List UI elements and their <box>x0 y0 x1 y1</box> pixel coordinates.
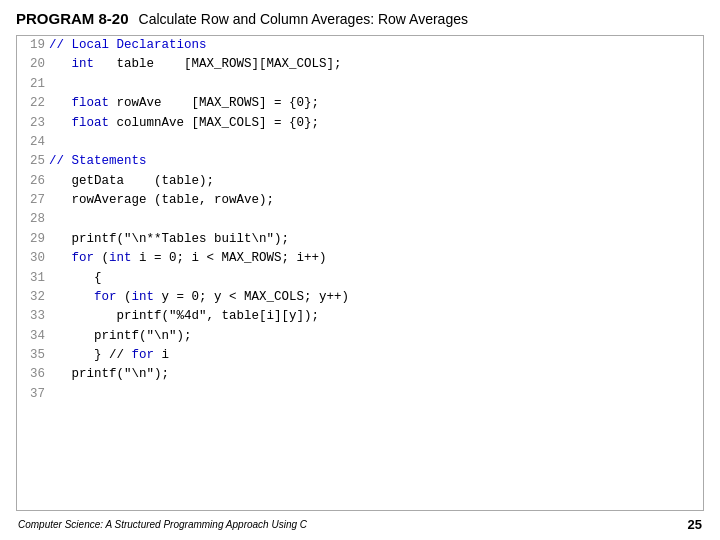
code-line <box>47 75 703 94</box>
table-row: 23 float columnAve [MAX_COLS] = {0}; <box>17 114 703 133</box>
code-line: for (int y = 0; y < MAX_COLS; y++) <box>47 288 703 307</box>
line-number: 22 <box>17 94 47 113</box>
code-line: rowAverage (table, rowAve); <box>47 191 703 210</box>
table-row: 37 <box>17 385 703 404</box>
line-number: 31 <box>17 269 47 288</box>
code-line: for (int i = 0; i < MAX_ROWS; i++) <box>47 249 703 268</box>
table-row: 32 for (int y = 0; y < MAX_COLS; y++) <box>17 288 703 307</box>
program-label: PROGRAM 8-20 <box>16 10 129 27</box>
table-row: 28 <box>17 210 703 229</box>
table-row: 27 rowAverage (table, rowAve); <box>17 191 703 210</box>
line-number: 19 <box>17 36 47 55</box>
header-title: Calculate Row and Column Averages: Row A… <box>139 11 468 27</box>
table-row: 26 getData (table); <box>17 172 703 191</box>
table-row: 25// Statements <box>17 152 703 171</box>
line-number: 36 <box>17 365 47 384</box>
code-line <box>47 133 703 152</box>
line-number: 29 <box>17 230 47 249</box>
table-row: 35 } // for i <box>17 346 703 365</box>
header: PROGRAM 8-20 Calculate Row and Column Av… <box>16 10 704 27</box>
footer-left: Computer Science: A Structured Programmi… <box>18 519 307 530</box>
table-row: 20 int table [MAX_ROWS][MAX_COLS]; <box>17 55 703 74</box>
table-row: 19// Local Declarations <box>17 36 703 55</box>
code-line: printf("%4d", table[i][y]); <box>47 307 703 326</box>
code-line: printf("\n"); <box>47 327 703 346</box>
code-line: getData (table); <box>47 172 703 191</box>
code-line: { <box>47 269 703 288</box>
code-table: 19// Local Declarations20 int table [MAX… <box>17 36 703 404</box>
line-number: 34 <box>17 327 47 346</box>
code-container: 19// Local Declarations20 int table [MAX… <box>16 35 704 511</box>
code-line: int table [MAX_ROWS][MAX_COLS]; <box>47 55 703 74</box>
line-number: 23 <box>17 114 47 133</box>
table-row: 24 <box>17 133 703 152</box>
code-line: float rowAve [MAX_ROWS] = {0}; <box>47 94 703 113</box>
line-number: 27 <box>17 191 47 210</box>
table-row: 29 printf("\n**Tables built\n"); <box>17 230 703 249</box>
code-line: printf("\n"); <box>47 365 703 384</box>
footer: Computer Science: A Structured Programmi… <box>16 517 704 532</box>
table-row: 33 printf("%4d", table[i][y]); <box>17 307 703 326</box>
line-number: 24 <box>17 133 47 152</box>
code-line <box>47 385 703 404</box>
table-row: 21 <box>17 75 703 94</box>
table-row: 34 printf("\n"); <box>17 327 703 346</box>
line-number: 32 <box>17 288 47 307</box>
footer-right: 25 <box>688 517 702 532</box>
line-number: 25 <box>17 152 47 171</box>
code-line: // Local Declarations <box>47 36 703 55</box>
line-number: 35 <box>17 346 47 365</box>
table-row: 36 printf("\n"); <box>17 365 703 384</box>
page: PROGRAM 8-20 Calculate Row and Column Av… <box>0 0 720 540</box>
line-number: 37 <box>17 385 47 404</box>
code-line: } // for i <box>47 346 703 365</box>
code-line <box>47 210 703 229</box>
code-line: // Statements <box>47 152 703 171</box>
line-number: 26 <box>17 172 47 191</box>
line-number: 33 <box>17 307 47 326</box>
table-row: 22 float rowAve [MAX_ROWS] = {0}; <box>17 94 703 113</box>
line-number: 21 <box>17 75 47 94</box>
line-number: 28 <box>17 210 47 229</box>
table-row: 31 { <box>17 269 703 288</box>
line-number: 20 <box>17 55 47 74</box>
line-number: 30 <box>17 249 47 268</box>
table-row: 30 for (int i = 0; i < MAX_ROWS; i++) <box>17 249 703 268</box>
code-line: float columnAve [MAX_COLS] = {0}; <box>47 114 703 133</box>
code-line: printf("\n**Tables built\n"); <box>47 230 703 249</box>
